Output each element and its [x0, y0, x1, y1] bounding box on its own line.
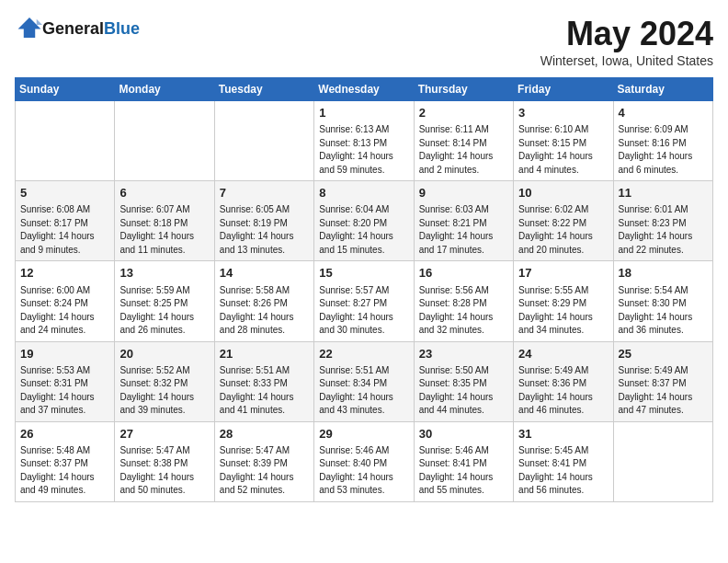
day-number: 7 — [220, 185, 309, 201]
calendar-cell: 27Sunrise: 5:47 AMSunset: 8:38 PMDayligh… — [115, 421, 214, 501]
title-block: May 2024 Winterset, Iowa, United States — [540, 15, 713, 68]
calendar-cell: 20Sunrise: 5:52 AMSunset: 8:32 PMDayligh… — [115, 341, 214, 421]
day-number: 19 — [20, 346, 109, 362]
calendar-table: SundayMondayTuesdayWednesdayThursdayFrid… — [15, 77, 713, 502]
day-number: 9 — [419, 185, 508, 201]
day-number: 28 — [220, 426, 309, 442]
calendar-cell: 5Sunrise: 6:08 AMSunset: 8:17 PMDaylight… — [16, 181, 115, 261]
day-number: 13 — [119, 265, 209, 282]
location: Winterset, Iowa, United States — [540, 53, 713, 68]
day-number: 27 — [119, 426, 209, 442]
day-info: Sunrise: 5:47 AMSunset: 8:38 PMDaylight:… — [119, 444, 209, 498]
day-info: Sunrise: 5:45 AMSunset: 8:41 PMDaylight:… — [518, 444, 608, 498]
calendar-cell: 15Sunrise: 5:57 AMSunset: 8:27 PMDayligh… — [314, 261, 414, 341]
calendar-cell: 6Sunrise: 6:07 AMSunset: 8:18 PMDaylight… — [115, 181, 214, 261]
day-number: 16 — [419, 265, 508, 282]
day-number: 11 — [619, 185, 708, 201]
day-info: Sunrise: 6:01 AMSunset: 8:23 PMDaylight:… — [619, 203, 708, 257]
logo-icon — [17, 15, 42, 40]
day-number: 23 — [419, 346, 508, 362]
day-info: Sunrise: 5:56 AMSunset: 8:28 PMDaylight:… — [419, 284, 508, 338]
calendar-header-row: SundayMondayTuesdayWednesdayThursdayFrid… — [16, 78, 713, 101]
calendar-cell: 30Sunrise: 5:46 AMSunset: 8:41 PMDayligh… — [414, 421, 513, 501]
calendar-cell: 21Sunrise: 5:51 AMSunset: 8:33 PMDayligh… — [214, 341, 313, 421]
day-info: Sunrise: 5:53 AMSunset: 8:31 PMDaylight:… — [20, 364, 109, 418]
calendar-week-row: 12Sunrise: 6:00 AMSunset: 8:24 PMDayligh… — [16, 261, 713, 341]
calendar-cell: 18Sunrise: 5:54 AMSunset: 8:30 PMDayligh… — [613, 261, 712, 341]
calendar-cell: 10Sunrise: 6:02 AMSunset: 8:22 PMDayligh… — [514, 181, 613, 261]
day-number: 25 — [619, 346, 708, 362]
day-number: 1 — [319, 105, 408, 121]
day-info: Sunrise: 5:58 AMSunset: 8:26 PMDaylight:… — [220, 284, 309, 338]
day-info: Sunrise: 5:46 AMSunset: 8:40 PMDaylight:… — [319, 444, 408, 498]
day-info: Sunrise: 5:50 AMSunset: 8:35 PMDaylight:… — [419, 364, 508, 418]
day-number: 24 — [518, 346, 608, 362]
day-info: Sunrise: 5:54 AMSunset: 8:30 PMDaylight:… — [619, 284, 708, 338]
calendar-cell: 25Sunrise: 5:49 AMSunset: 8:37 PMDayligh… — [613, 341, 712, 421]
calendar-cell — [115, 101, 214, 181]
calendar-cell: 8Sunrise: 6:04 AMSunset: 8:20 PMDaylight… — [314, 181, 414, 261]
calendar-cell: 3Sunrise: 6:10 AMSunset: 8:15 PMDaylight… — [514, 101, 613, 181]
day-info: Sunrise: 6:04 AMSunset: 8:20 PMDaylight:… — [319, 203, 408, 257]
calendar-cell — [613, 421, 712, 501]
calendar-cell: 24Sunrise: 5:49 AMSunset: 8:36 PMDayligh… — [514, 341, 613, 421]
calendar-cell: 2Sunrise: 6:11 AMSunset: 8:14 PMDaylight… — [414, 101, 513, 181]
day-info: Sunrise: 5:55 AMSunset: 8:29 PMDaylight:… — [518, 284, 608, 338]
calendar-cell: 7Sunrise: 6:05 AMSunset: 8:19 PMDaylight… — [214, 181, 313, 261]
calendar-week-row: 1Sunrise: 6:13 AMSunset: 8:13 PMDaylight… — [16, 101, 713, 181]
day-info: Sunrise: 5:49 AMSunset: 8:37 PMDaylight:… — [619, 364, 708, 418]
weekday-header-saturday: Saturday — [613, 78, 712, 101]
day-number: 8 — [319, 185, 408, 201]
logo-blue-text: Blue — [104, 19, 140, 38]
day-number: 6 — [119, 185, 209, 201]
calendar-cell: 11Sunrise: 6:01 AMSunset: 8:23 PMDayligh… — [613, 181, 712, 261]
logo-general-text: General — [42, 19, 104, 38]
day-info: Sunrise: 5:59 AMSunset: 8:25 PMDaylight:… — [119, 284, 209, 338]
day-number: 15 — [319, 265, 408, 282]
day-number: 2 — [419, 105, 508, 121]
calendar-week-row: 5Sunrise: 6:08 AMSunset: 8:17 PMDaylight… — [16, 181, 713, 261]
weekday-header-tuesday: Tuesday — [214, 78, 313, 101]
day-info: Sunrise: 5:47 AMSunset: 8:39 PMDaylight:… — [220, 444, 309, 498]
month-title: May 2024 — [540, 15, 713, 53]
weekday-header-sunday: Sunday — [16, 78, 115, 101]
calendar-cell: 12Sunrise: 6:00 AMSunset: 8:24 PMDayligh… — [16, 261, 115, 341]
day-number: 12 — [20, 265, 109, 282]
calendar-cell: 9Sunrise: 6:03 AMSunset: 8:21 PMDaylight… — [414, 181, 513, 261]
day-info: Sunrise: 6:09 AMSunset: 8:16 PMDaylight:… — [619, 123, 708, 177]
calendar-cell: 13Sunrise: 5:59 AMSunset: 8:25 PMDayligh… — [115, 261, 214, 341]
calendar-cell: 14Sunrise: 5:58 AMSunset: 8:26 PMDayligh… — [214, 261, 313, 341]
day-info: Sunrise: 6:07 AMSunset: 8:18 PMDaylight:… — [119, 203, 209, 257]
day-info: Sunrise: 6:03 AMSunset: 8:21 PMDaylight:… — [419, 203, 508, 257]
day-number: 10 — [518, 185, 608, 201]
day-number: 30 — [419, 426, 508, 442]
logo: GeneralBlue — [15, 15, 140, 44]
calendar-cell: 29Sunrise: 5:46 AMSunset: 8:40 PMDayligh… — [314, 421, 414, 501]
calendar-cell: 1Sunrise: 6:13 AMSunset: 8:13 PMDaylight… — [314, 101, 414, 181]
day-info: Sunrise: 6:13 AMSunset: 8:13 PMDaylight:… — [319, 123, 408, 177]
day-number: 3 — [518, 105, 608, 121]
day-info: Sunrise: 5:51 AMSunset: 8:34 PMDaylight:… — [319, 364, 408, 418]
day-number: 29 — [319, 426, 408, 442]
day-number: 21 — [220, 346, 309, 362]
day-info: Sunrise: 5:46 AMSunset: 8:41 PMDaylight:… — [419, 444, 508, 498]
weekday-header-monday: Monday — [115, 78, 214, 101]
day-number: 4 — [619, 105, 708, 121]
day-info: Sunrise: 5:49 AMSunset: 8:36 PMDaylight:… — [518, 364, 608, 418]
day-info: Sunrise: 6:05 AMSunset: 8:19 PMDaylight:… — [220, 203, 309, 257]
day-number: 14 — [220, 265, 309, 282]
day-info: Sunrise: 5:57 AMSunset: 8:27 PMDaylight:… — [319, 284, 408, 338]
calendar-cell: 23Sunrise: 5:50 AMSunset: 8:35 PMDayligh… — [414, 341, 513, 421]
day-number: 22 — [319, 346, 408, 362]
calendar-cell: 19Sunrise: 5:53 AMSunset: 8:31 PMDayligh… — [16, 341, 115, 421]
calendar-cell — [16, 101, 115, 181]
day-info: Sunrise: 6:02 AMSunset: 8:22 PMDaylight:… — [518, 203, 608, 257]
weekday-header-thursday: Thursday — [414, 78, 513, 101]
calendar-week-row: 26Sunrise: 5:48 AMSunset: 8:37 PMDayligh… — [16, 421, 713, 501]
day-info: Sunrise: 6:11 AMSunset: 8:14 PMDaylight:… — [419, 123, 508, 177]
day-info: Sunrise: 5:52 AMSunset: 8:32 PMDaylight:… — [119, 364, 209, 418]
calendar-cell: 26Sunrise: 5:48 AMSunset: 8:37 PMDayligh… — [16, 421, 115, 501]
calendar-week-row: 19Sunrise: 5:53 AMSunset: 8:31 PMDayligh… — [16, 341, 713, 421]
calendar-cell: 16Sunrise: 5:56 AMSunset: 8:28 PMDayligh… — [414, 261, 513, 341]
calendar-cell — [214, 101, 313, 181]
